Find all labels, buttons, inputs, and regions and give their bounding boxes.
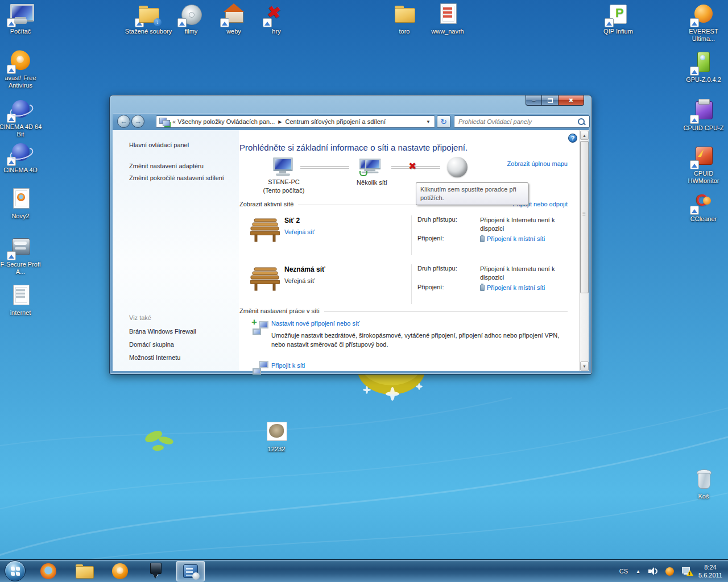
desktop-icon-www-navrh[interactable]: www_navrh bbox=[424, 3, 471, 35]
search-box bbox=[454, 115, 590, 128]
sidebar-item-internet-options[interactable]: Možnosti Internetu bbox=[129, 354, 231, 362]
desktop-icon-everest[interactable]: EVEREST Ultima... bbox=[680, 3, 727, 43]
taskbar-item-control-panel-active[interactable] bbox=[176, 561, 205, 581]
desktop-icon-label: Počítač bbox=[0, 28, 44, 35]
taskbar-item-app2[interactable] bbox=[143, 561, 167, 581]
connect-to-network-link[interactable]: Připojit k síti bbox=[271, 362, 305, 369]
internet-globe-icon[interactable] bbox=[447, 157, 468, 177]
scroll-up-button[interactable]: ▲ bbox=[580, 131, 589, 140]
desktop-icon-weby[interactable]: weby bbox=[210, 3, 258, 35]
shortcut-overlay-icon bbox=[7, 251, 16, 260]
recycle-bin-icon bbox=[692, 468, 715, 491]
local-connection-link[interactable]: Připojení k místní síti bbox=[487, 235, 545, 242]
firefox-document-icon bbox=[9, 188, 32, 211]
scroll-down-button[interactable]: ▼ bbox=[580, 361, 589, 371]
fsecure-icon bbox=[9, 236, 32, 259]
desktop-icon-stazene-soubory[interactable]: ↓ Stažené soubory bbox=[125, 3, 172, 35]
volume-icon[interactable] bbox=[648, 567, 657, 575]
breadcrumb-current[interactable]: Centrum síťových připojení a sdílení bbox=[286, 118, 386, 125]
connection-value: Připojení k místní síti bbox=[480, 235, 566, 243]
sidebar-item-homegroup[interactable]: Domácí skupina bbox=[129, 340, 231, 349]
refresh-button[interactable]: ↻ bbox=[437, 115, 450, 128]
desktop-icon-novy2[interactable]: Novy2 bbox=[0, 188, 44, 220]
desktop-icon-cinema4d-64[interactable]: CINEMA 4D 64 Bit bbox=[0, 99, 44, 138]
control-panel-icon bbox=[183, 564, 198, 578]
clock[interactable]: 8:24 5.6.2011 bbox=[698, 563, 722, 579]
vertical-scrollbar[interactable]: ▲ ▼ bbox=[579, 130, 589, 371]
desktop-icon-cpuz[interactable]: CPUID CPU-Z bbox=[680, 100, 727, 132]
full-map-link[interactable]: Zobrazit úplnou mapu bbox=[507, 160, 568, 167]
desktop-icon-pocitac[interactable]: Počítač bbox=[0, 3, 44, 35]
breadcrumb: « Všechny položky Ovládacích pan... ▶ Ce… bbox=[156, 115, 435, 128]
help-button[interactable]: ? bbox=[568, 134, 577, 143]
taskbar-item-app1[interactable] bbox=[108, 561, 132, 581]
maximize-button[interactable] bbox=[542, 95, 558, 106]
new-connection-link[interactable]: Nastavit nové připojení nebo síť bbox=[271, 320, 359, 327]
red-x-icon bbox=[264, 3, 288, 26]
breadcrumb-separator-icon: ▶ bbox=[278, 119, 282, 124]
forward-button[interactable]: → bbox=[131, 115, 144, 128]
chevron-double-left-icon[interactable]: « bbox=[172, 118, 176, 125]
search-input[interactable] bbox=[454, 118, 577, 125]
network-type-link[interactable]: Veřejná síť bbox=[284, 228, 315, 235]
desktop-icon-12232[interactable]: 12232 bbox=[253, 421, 300, 453]
downloads-folder-icon: ↓ bbox=[136, 3, 160, 26]
divider bbox=[411, 264, 412, 304]
error-x-icon[interactable]: ✖ bbox=[408, 160, 416, 172]
desktop-icon-qip[interactable]: QIP Infium bbox=[594, 3, 642, 35]
desktop-icon-ccleaner[interactable]: CCleaner bbox=[680, 191, 727, 223]
desktop-icon-hwmonitor[interactable]: CPUID HWMonitor bbox=[680, 146, 727, 185]
window-caption-buttons: – ✖ bbox=[526, 95, 584, 106]
download-arrow-icon: ↓ bbox=[154, 18, 162, 26]
desktop-icon-avast[interactable]: avast! Free Antivirus bbox=[0, 50, 44, 89]
sidebar-item-control-panel-home[interactable]: Hlavní ovládací panel bbox=[129, 141, 231, 149]
desktop-icon-recycle-bin[interactable]: Koš bbox=[680, 468, 727, 500]
show-hidden-icons-button[interactable]: ▲ bbox=[636, 569, 640, 574]
medal-shield-icon bbox=[149, 563, 162, 580]
divider bbox=[411, 215, 412, 255]
multiple-networks-icon[interactable] bbox=[358, 159, 384, 178]
local-connection-link[interactable]: Připojení k místní síti bbox=[487, 284, 545, 291]
new-connection-icon: + bbox=[253, 320, 268, 335]
section-heading: Změnit nastavení práce v síti bbox=[239, 307, 320, 314]
minimize-button[interactable]: – bbox=[526, 95, 542, 106]
desktop-icon-toro[interactable]: toro bbox=[380, 3, 428, 35]
shortcut-overlay-icon bbox=[7, 65, 16, 74]
breadcrumb-dropdown-icon[interactable]: ▼ bbox=[422, 119, 435, 124]
shortcut-overlay-icon bbox=[135, 18, 144, 27]
desktop-icon-internet[interactable]: internet bbox=[0, 285, 44, 317]
shortcut-overlay-icon bbox=[605, 18, 614, 27]
connection-label: Připojení: bbox=[417, 235, 475, 242]
breadcrumb-root[interactable]: Všechny položky Ovládacích pan... bbox=[177, 118, 275, 125]
this-computer-icon[interactable] bbox=[272, 157, 295, 176]
network-status-icon[interactable] bbox=[682, 567, 692, 576]
sidebar-item-advanced-sharing[interactable]: Změnit pokročilé nastavení sdílení bbox=[129, 174, 231, 182]
start-button[interactable] bbox=[5, 560, 26, 581]
main-pane: Prohlédněte si základní informace o síti… bbox=[239, 130, 579, 371]
new-connection-description: Umožňuje nastavit bezdrátové, širokopásm… bbox=[271, 331, 572, 349]
avast-tray-icon[interactable] bbox=[665, 567, 674, 576]
desktop-icon-gpuz[interactable]: GPU-Z.0.4.2 bbox=[680, 52, 727, 84]
desktop-icon-hry[interactable]: hry bbox=[253, 3, 300, 35]
search-icon[interactable] bbox=[577, 118, 586, 126]
back-button[interactable]: ← bbox=[117, 115, 130, 128]
disc-icon bbox=[179, 3, 203, 26]
shortcut-overlay-icon bbox=[7, 18, 16, 27]
system-tray: CS ▲ 8:24 5.6.2011 bbox=[615, 560, 728, 582]
desktop-icon-fsecure[interactable]: F-Secure Profi A... bbox=[0, 236, 44, 276]
section-heading: Zobrazit aktivní sítě bbox=[239, 201, 293, 207]
close-button[interactable]: ✖ bbox=[558, 95, 584, 106]
desktop-icon-filmy[interactable]: filmy bbox=[167, 3, 215, 35]
sidebar-item-windows-firewall[interactable]: Brána Windows Firewall bbox=[129, 327, 231, 336]
network-row: Neznámá síť Veřejná síť Druh přístupu: P… bbox=[239, 264, 568, 307]
windows-logo-icon bbox=[11, 567, 20, 576]
document-icon bbox=[9, 285, 32, 307]
scrollbar-thumb[interactable] bbox=[580, 141, 589, 293]
desktop-icon-cinema4d[interactable]: CINEMA 4D bbox=[0, 142, 44, 174]
taskbar-item-explorer[interactable] bbox=[72, 561, 96, 581]
change-settings-section: Změnit nastavení práce v síti bbox=[239, 307, 568, 314]
language-indicator[interactable]: CS bbox=[619, 568, 628, 575]
sidebar-item-change-adapter[interactable]: Změnit nastavení adaptéru bbox=[129, 162, 231, 171]
shortcut-overlay-icon bbox=[263, 18, 272, 27]
taskbar-item-firefox[interactable] bbox=[36, 561, 60, 581]
